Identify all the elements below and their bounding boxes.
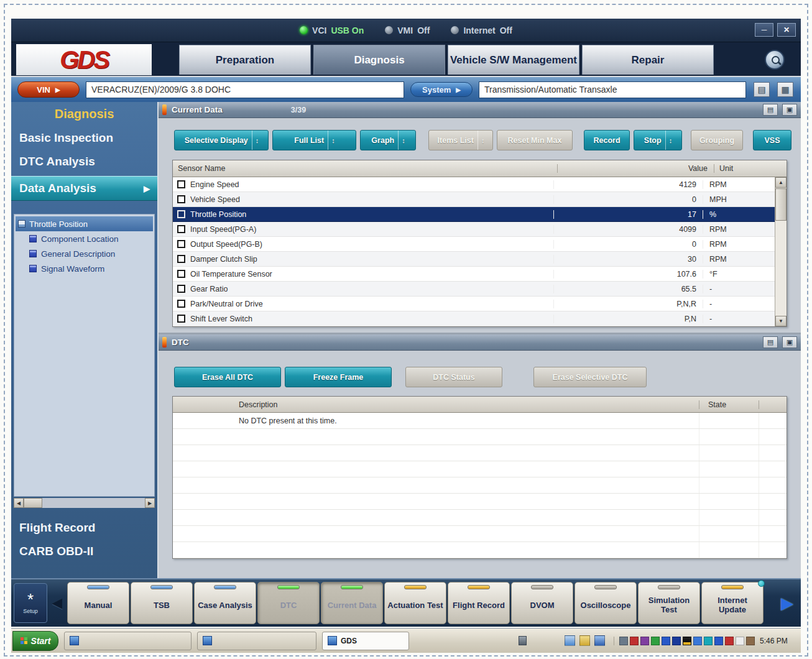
sidebar-item-basic-inspection[interactable]: Basic Inspection — [11, 131, 157, 145]
taskbar-task-button[interactable] — [197, 632, 316, 650]
sensor-row-throttle-position[interactable]: Throttle Position 17 % — [173, 207, 775, 222]
checkbox[interactable] — [177, 180, 185, 188]
tray-icon[interactable] — [714, 637, 723, 645]
tree-item-throttle-position[interactable]: Throttle Position — [16, 216, 153, 231]
tab-preparation[interactable]: Preparation — [179, 45, 311, 75]
vehicle-field[interactable]: VERACRUZ(EN)/2009/G 3.8 DOHC — [86, 81, 404, 98]
dtc-row-no-dtc[interactable]: No DTC present at this time. — [173, 413, 787, 429]
split-arrows-icon[interactable]: ↕ — [665, 131, 676, 150]
grouping-button[interactable]: Grouping — [691, 130, 743, 150]
split-arrows-icon[interactable]: ↕ — [478, 131, 488, 150]
sensor-row-oil-temperature[interactable]: Oil Temperature Sensor 107.6 °F — [173, 267, 775, 282]
sensor-row-input-speed[interactable]: Input Speed(PG-A) 4099 RPM — [173, 222, 775, 237]
sidebar-item-carb-obd-ii[interactable]: CARB OBD-II — [11, 540, 157, 563]
sidebar-item-dtc-analysis[interactable]: DTC Analysis — [11, 155, 157, 168]
scrollbar-thumb[interactable] — [24, 498, 42, 508]
sidebar-horizontal-scrollbar[interactable]: ◀ ▶ — [14, 498, 155, 508]
system-button[interactable]: System ▶ — [410, 82, 473, 97]
record-button[interactable]: Record — [584, 130, 630, 150]
graph-button[interactable]: Graph ↕ — [360, 130, 416, 150]
manual-button[interactable]: Manual — [67, 582, 129, 624]
sidebar-item-data-analysis[interactable]: Data Analysis ▶ — [11, 176, 157, 201]
tray-icon[interactable] — [630, 637, 639, 645]
actuation-test-button[interactable]: Actuation Test — [384, 582, 446, 624]
tray-icon[interactable] — [725, 637, 734, 645]
tree-item-general-description[interactable]: General Description — [14, 246, 154, 261]
freeze-frame-button[interactable]: Freeze Frame — [285, 367, 392, 387]
checkbox[interactable] — [177, 255, 185, 263]
dvom-button[interactable]: DVOM — [511, 582, 573, 624]
report-icon[interactable]: ▦ — [777, 82, 793, 97]
tree-item-signal-waveform[interactable]: Signal Waveform — [14, 261, 154, 276]
scroll-left-icon[interactable]: ◀ — [14, 498, 24, 508]
sidebar-item-flight-record[interactable]: Flight Record — [11, 516, 157, 540]
tsb-button[interactable]: TSB — [131, 582, 193, 624]
screen-capture-icon[interactable]: ▤ — [754, 82, 770, 97]
tab-repair[interactable]: Repair — [582, 45, 714, 75]
sensor-row-damper-clutch-slip[interactable]: Damper Clutch Slip 30 RPM — [173, 252, 775, 267]
scroll-down-icon[interactable]: ▼ — [775, 316, 787, 326]
tray-icon[interactable] — [640, 637, 649, 645]
quick-launch-icon[interactable] — [565, 635, 575, 646]
magnifier-icon[interactable] — [765, 50, 785, 70]
close-button[interactable]: ✕ — [777, 23, 796, 37]
vin-button[interactable]: VIN ▶ — [17, 81, 80, 98]
sensor-table-scrollbar[interactable]: ▲ ▼ — [775, 177, 787, 326]
dtc-function-button[interactable]: DTC — [257, 582, 320, 624]
internet-update-button[interactable]: Internet Update — [701, 582, 764, 624]
scroll-up-icon[interactable]: ▲ — [775, 177, 787, 188]
setup-button[interactable]: * Setup — [14, 583, 47, 623]
taskbar-task-button[interactable] — [64, 632, 191, 650]
checkbox[interactable] — [177, 270, 185, 278]
tab-vehicle-sw-management[interactable]: Vehicle S/W Management — [448, 45, 579, 75]
split-arrows-icon[interactable]: ↕ — [252, 131, 262, 150]
checkbox[interactable] — [177, 210, 185, 218]
checkbox[interactable] — [177, 240, 185, 248]
checkbox[interactable] — [177, 225, 185, 233]
collapse-panel-icon[interactable]: ▣ — [782, 336, 797, 348]
taskbar-task-gds[interactable]: GDS — [322, 632, 409, 650]
tray-icon[interactable] — [619, 637, 628, 645]
case-analysis-button[interactable]: Case Analysis — [194, 582, 256, 624]
current-data-function-button[interactable]: Current Data — [321, 582, 383, 624]
tray-icon[interactable] — [672, 637, 681, 645]
sensor-row-gear-ratio[interactable]: Gear Ratio 65.5 - — [173, 282, 775, 297]
selective-display-button[interactable]: Selective Display ↕ — [174, 130, 269, 150]
sensor-row-engine-speed[interactable]: Engine Speed 4129 RPM — [173, 177, 775, 192]
sensor-row-shift-lever-switch[interactable]: Shift Lever Switch P,N - — [173, 311, 775, 326]
items-list-button[interactable]: Items List ↕ — [428, 130, 493, 150]
sensor-row-output-speed[interactable]: Output Speed(PG-B) 0 RPM — [173, 237, 775, 252]
tray-icon[interactable] — [683, 637, 691, 645]
full-list-button[interactable]: Full List ↕ — [272, 130, 356, 150]
erase-selective-dtc-button[interactable]: Erase Selective DTC — [533, 367, 647, 387]
dtc-status-button[interactable]: DTC Status — [405, 367, 502, 387]
tree-item-component-location[interactable]: Component Location — [14, 231, 154, 246]
flight-record-button[interactable]: Flight Record — [448, 582, 510, 624]
toolbar-scroll-right-icon[interactable]: ▶ — [776, 594, 798, 613]
export-icon[interactable]: ▤ — [763, 336, 778, 348]
split-arrows-icon[interactable]: ↕ — [328, 131, 338, 150]
reset-min-max-button[interactable]: Reset Min Max — [497, 130, 573, 150]
sensor-row-vehicle-speed[interactable]: Vehicle Speed 0 MPH — [173, 192, 775, 207]
quick-launch-icon[interactable] — [594, 635, 605, 646]
checkbox[interactable] — [177, 315, 185, 323]
start-button[interactable]: Start — [12, 631, 58, 651]
split-arrows-icon[interactable]: ↕ — [398, 131, 408, 150]
scroll-right-icon[interactable]: ▶ — [145, 498, 155, 508]
checkbox[interactable] — [177, 300, 185, 308]
tray-icon[interactable] — [736, 637, 744, 645]
toolbar-scroll-left-icon[interactable]: ◀ — [47, 595, 67, 611]
stop-button[interactable]: Stop ↕ — [634, 130, 682, 150]
vss-button[interactable]: VSS — [753, 130, 791, 150]
tab-diagnosis[interactable]: Diagnosis — [313, 45, 445, 75]
export-icon[interactable]: ▤ — [763, 104, 778, 116]
sensor-row-park-neutral-drive[interactable]: Park/Neutral or Drive P,N,R - — [173, 297, 775, 311]
erase-all-dtc-button[interactable]: Erase All DTC — [174, 367, 281, 387]
tray-icon[interactable] — [704, 637, 713, 645]
checkbox[interactable] — [177, 195, 185, 203]
oscilloscope-button[interactable]: Oscilloscope — [574, 582, 637, 624]
tray-icon[interactable] — [693, 637, 702, 645]
taskbar-icon[interactable] — [519, 636, 527, 645]
simulation-test-button[interactable]: Simulation Test — [638, 582, 700, 624]
checkbox[interactable] — [177, 285, 185, 293]
